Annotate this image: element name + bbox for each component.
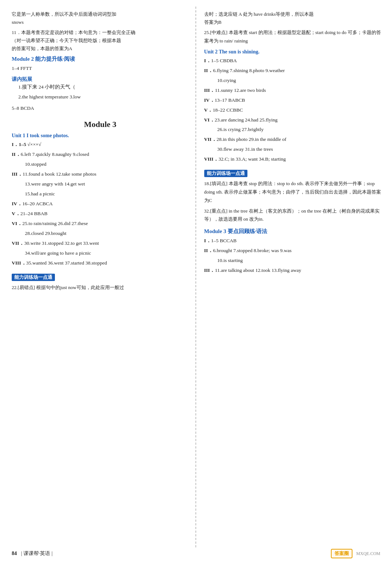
r-sec-vi: VI．23.are dancing 24.had 25.flying	[204, 116, 386, 125]
footer-right: 答案圈 MXQE.COM	[331, 549, 380, 558]
kn-title: 课内拓展	[12, 76, 32, 82]
right-column: 去时；选龙应链 A 处为 have drinks等使用，所以本题 答案为B 25…	[196, 7, 392, 547]
module2-answer2: 5–8 BCDA	[12, 104, 189, 113]
page-footer: 84 | 课课帮·英语 | 答案圈 MXQE.COM	[0, 549, 392, 558]
g-sec-ii-2: 10.is starting	[217, 256, 386, 265]
r-sec-vii: VII．28.in this photo 29.in the middle of	[204, 135, 386, 144]
sec-v: V．21–24 BBAB	[12, 209, 189, 218]
module2-answer1: 1–4 FFTT	[12, 64, 189, 73]
footer-url: MXQE.COM	[356, 551, 380, 557]
sec-iv: IV．16–20 ACBCA	[12, 199, 189, 209]
sec-viii: VIII．35.wanted 36.went 37.started 38.sto…	[12, 259, 189, 268]
g-sec-iii: III．11.are talking about 12.took 13.flyi…	[204, 266, 386, 275]
sec-vi: VI．25.to rain/raining 26.did 27.these	[12, 219, 189, 228]
footer-page-number: 84 | 课课帮·英语 |	[12, 550, 53, 557]
sec-ii: II．6.left 7.quickly 8.naughty 9.closed	[12, 150, 189, 159]
ability-box-left: 能力训练场一点通	[12, 271, 189, 282]
r-sec-viii: VIII．32.C; in 33.A; want 34.B; starting	[204, 155, 386, 164]
g-sec-ii: II．6.brought 7.stopped 8.broke; was 9.wa…	[204, 246, 386, 255]
ability-note-18: 18.[填词点] 本题考查 stop 的用法：stop to do sth. 表…	[204, 180, 386, 205]
module3-grammar-title: Module 3 要点回顾练·语法	[204, 228, 386, 235]
kn-item2: 2.the highest temperature 3.low	[18, 93, 189, 102]
r-sec-ii-2: 10.crying	[217, 76, 386, 85]
r-sec-vi-2: 26.is crying 27.brightly	[217, 125, 386, 134]
sec-vii-2: 34.will/are going to have a picnic	[25, 249, 189, 258]
ability-note-32: 32.[重点点] in the tree 在树上（客文的东西）；on the t…	[204, 207, 386, 224]
sec-iii-3: 15.had a picnic	[25, 190, 189, 199]
sec-iii: III．11.found a book 12.take some photos	[12, 170, 189, 179]
unit2-title: Unit 2 The sun is shining.	[204, 49, 386, 55]
right-top-1: 去时；选龙应链 A 处为 have drinks等使用，所以本题 答案为B	[204, 10, 386, 26]
top-intro-text: 它是第一人称单数，所以不及中后面通动词词型加 snows	[12, 10, 189, 26]
item11-text: 11．本题考查否定是说的对错；本句意为：一整会完全正确 （对一说希望不正确；今天…	[12, 29, 189, 53]
r-sec-ii: II．6.flying 7.shining 8.photo 9.weather	[204, 66, 386, 75]
r-sec-iii: III．11.sunny 12.are two birds	[204, 86, 386, 95]
sec-i: I．1–5 √×××√	[12, 140, 189, 149]
r-sec-i: I．1–5 CBDBA	[204, 56, 386, 65]
sec-vi-2: 28.closed 29.brought	[25, 229, 189, 238]
r-sec-vii-2: 30.flew away 31.in the trees	[217, 145, 386, 154]
module3-title: Module 3	[12, 120, 189, 129]
ability-box-right: 能力训练场一点通	[204, 168, 386, 178]
sec-ii-2: 10.stopped	[25, 160, 189, 169]
unit1-title: Unit 1 I took some photos.	[12, 133, 189, 139]
page-container: 它是第一人称单数，所以不及中后面通动词词型加 snows 11．本题考查否定是说…	[0, 0, 392, 562]
footer-logo: 答案圈	[331, 549, 352, 558]
r-sec-iv: IV．13–17 BABCB	[204, 96, 386, 105]
item25: 25.[中难点] 本题考查 start 的用法；根据题型定题配；start do…	[204, 29, 386, 45]
module2-title: Module 2 能力提升练·阅读	[12, 56, 189, 63]
sec-iii-2: 13.were angry with 14.get wet	[25, 180, 189, 189]
left-column: 它是第一人称单数，所以不及中后面通动词词型加 snows 11．本题考查否定是说…	[0, 7, 196, 547]
g-sec-i: I．1–5 BCCAB	[204, 236, 386, 246]
kn-item1: 1.接下来 24 小时的天气（	[18, 83, 189, 92]
r-sec-v: V．18–22 CCBBC	[204, 106, 386, 115]
ability-note-left: 22.[易错点] 根据句中的just now可知，此处应用一般过	[12, 284, 189, 292]
sec-vii: VII．30.write 31.stopped 32.to get 33.wen…	[12, 239, 189, 248]
